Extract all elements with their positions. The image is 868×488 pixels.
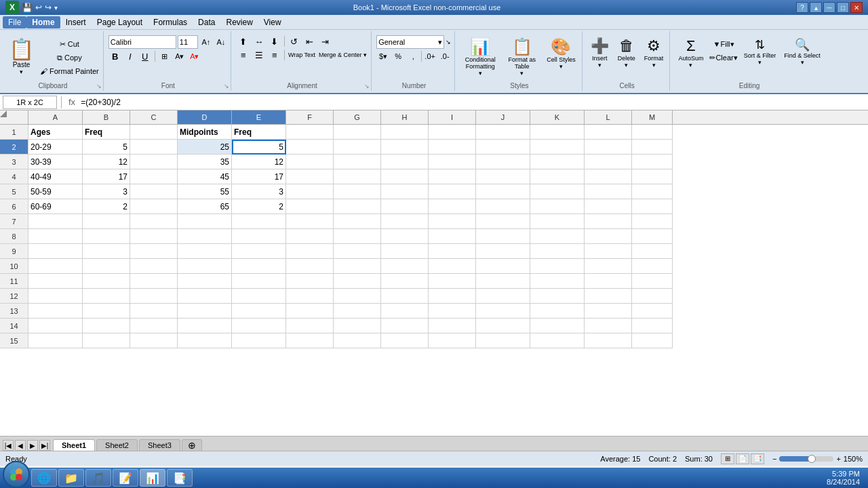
cell-a7[interactable] [28,214,83,229]
sheet-prev-button[interactable]: ◀ [15,440,26,451]
row-header-5[interactable]: 5 [0,184,28,199]
cell-a6[interactable]: 60-69 [28,199,83,214]
align-left-button[interactable]: ≡ [236,49,251,61]
cell-l12[interactable] [585,289,632,304]
copy-button[interactable]: ⧉ Copy [39,52,100,64]
decrease-decimal-button[interactable]: .0- [438,50,452,62]
cell-h14[interactable] [381,319,429,333]
cell-g10[interactable] [334,259,381,274]
cell-h8[interactable] [381,229,429,244]
border-button[interactable]: ⊞ [158,50,172,62]
cell-e15[interactable] [232,333,286,348]
cell-reference-box[interactable] [3,96,57,109]
cell-m10[interactable] [632,259,673,274]
cell-c3[interactable] [130,155,178,169]
paste-button[interactable]: 📋 Paste ▾ [5,35,37,77]
cell-a12[interactable] [28,289,83,304]
cell-l6[interactable] [585,199,632,214]
taskbar-excel[interactable]: 📊 [140,469,165,487]
indent-decrease-button[interactable]: ⇤ [302,35,317,47]
cell-d6[interactable]: 65 [178,199,232,214]
sheet-tab-2[interactable]: Sheet2 [96,439,138,451]
cell-a8[interactable] [28,229,83,244]
insert-cells-button[interactable]: ➕ Insert ▾ [587,35,612,76]
cell-j1[interactable] [476,125,530,140]
cell-h2[interactable] [381,140,429,155]
cell-m5[interactable] [632,184,673,199]
cell-g15[interactable] [334,333,381,348]
cell-d3[interactable]: 35 [178,155,232,169]
menu-view[interactable]: View [258,16,287,28]
cell-l3[interactable] [585,155,632,169]
cell-m6[interactable] [632,199,673,214]
fx-icon[interactable]: fx [66,97,78,107]
cell-f5[interactable] [286,184,334,199]
cell-k13[interactable] [530,304,585,319]
bold-button[interactable]: B [108,50,122,62]
cell-g13[interactable] [334,304,381,319]
col-header-l[interactable]: L [585,110,632,124]
align-right-button[interactable]: ≡ [267,49,282,61]
cell-h6[interactable] [381,199,429,214]
menu-page-layout[interactable]: Page Layout [92,16,148,28]
clear-button[interactable]: ✏ Clear ▾ [708,52,738,64]
cell-c1[interactable] [130,125,178,140]
cell-k9[interactable] [530,244,585,259]
cell-h11[interactable] [381,274,429,289]
cell-f10[interactable] [286,259,334,274]
cell-a4[interactable]: 40-49 [28,169,83,184]
cell-h9[interactable] [381,244,429,259]
cell-m12[interactable] [632,289,673,304]
cell-a11[interactable] [28,274,83,289]
cell-k10[interactable] [530,259,585,274]
cell-c15[interactable] [130,333,178,348]
col-header-b[interactable]: B [83,110,130,124]
cell-h1[interactable] [381,125,429,140]
autosum-button[interactable]: Σ AutoSum ▾ [675,35,707,76]
sheet-tab-3[interactable]: Sheet3 [139,439,180,451]
cell-b1[interactable]: Freq [83,125,130,140]
restore-button[interactable]: □ [837,2,849,13]
page-break-view-button[interactable]: 📑 [751,453,764,464]
cell-k6[interactable] [530,199,585,214]
taskbar-media[interactable]: 🎵 [85,469,111,487]
cell-g1[interactable] [334,125,381,140]
cell-j14[interactable] [476,319,530,333]
cell-m14[interactable] [632,319,673,333]
sheet-next-button[interactable]: ▶ [27,440,38,451]
cell-a10[interactable] [28,259,83,274]
cell-g3[interactable] [334,155,381,169]
cell-c12[interactable] [130,289,178,304]
fill-color-button[interactable]: A▾ [173,50,186,62]
cell-g9[interactable] [334,244,381,259]
cell-l13[interactable] [585,304,632,319]
paste-arrow-icon[interactable]: ▾ [20,68,23,75]
cell-m15[interactable] [632,333,673,348]
cell-l5[interactable] [585,184,632,199]
cell-a2[interactable]: 20-29 [28,140,83,155]
cell-h13[interactable] [381,304,429,319]
cell-i8[interactable] [429,229,476,244]
zoom-slider[interactable] [779,456,833,462]
cell-m7[interactable] [632,214,673,229]
cell-b14[interactable] [83,319,130,333]
sheet-add-button[interactable]: ⊕ [182,439,202,451]
cell-f15[interactable] [286,333,334,348]
row-header-7[interactable]: 7 [0,214,28,229]
col-header-g[interactable]: G [334,110,381,124]
cell-b8[interactable] [83,229,130,244]
cell-i6[interactable] [429,199,476,214]
cell-d12[interactable] [178,289,232,304]
cell-a9[interactable] [28,244,83,259]
ribbon-toggle-icon[interactable]: ▴ [810,2,822,13]
cell-m13[interactable] [632,304,673,319]
cell-i15[interactable] [429,333,476,348]
select-all-button[interactable] [0,110,28,124]
cell-b12[interactable] [83,289,130,304]
cell-e7[interactable] [232,214,286,229]
cell-styles-button[interactable]: 🎨 Cell Styles ▾ [543,35,579,79]
decrease-font-button[interactable]: A↓ [214,36,228,48]
cell-m1[interactable] [632,125,673,140]
cell-e10[interactable] [232,259,286,274]
cell-k5[interactable] [530,184,585,199]
